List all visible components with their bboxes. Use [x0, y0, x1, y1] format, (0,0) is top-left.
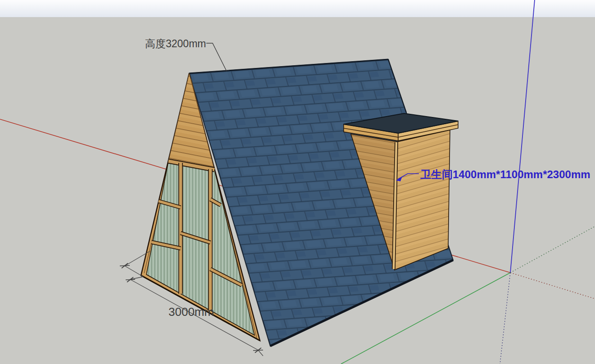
bathroom-right-wall	[395, 130, 450, 270]
sky	[0, 0, 595, 17]
height-dimension-label: 高度3200mm	[145, 38, 206, 49]
3d-viewport[interactable]: 3000mm 高度3200mm 卫生间1400mm*1100mm*2300mm	[0, 0, 595, 364]
width-dimension-label: 3000mm	[168, 305, 214, 319]
scene-svg: 3000mm 高度3200mm 卫生间1400mm*1100mm*2300mm	[0, 0, 595, 364]
bathroom-dimension: 卫生间1400mm*1100mm*2300mm	[396, 168, 590, 181]
bathroom-dimension-label: 卫生间1400mm*1100mm*2300mm	[420, 168, 590, 180]
